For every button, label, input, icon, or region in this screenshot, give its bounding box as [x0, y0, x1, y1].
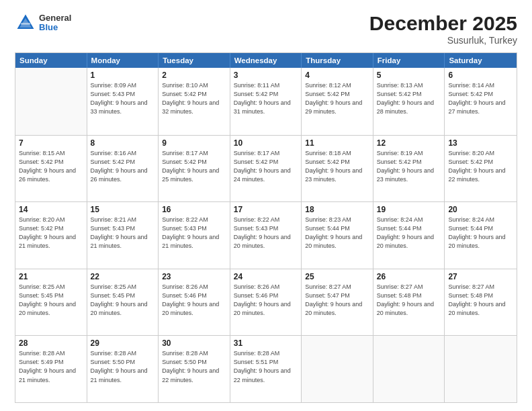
calendar-cell: 26Sunrise: 8:27 AM Sunset: 5:48 PM Dayli… [373, 269, 445, 336]
calendar-cell [445, 336, 517, 402]
header-day-friday: Friday [373, 53, 445, 68]
day-info: Sunrise: 8:24 AM Sunset: 5:44 PM Dayligh… [377, 216, 441, 250]
day-info: Sunrise: 8:25 AM Sunset: 5:45 PM Dayligh… [19, 283, 83, 318]
calendar-cell: 9Sunrise: 8:17 AM Sunset: 5:42 PM Daylig… [159, 136, 230, 202]
day-info: Sunrise: 8:09 AM Sunset: 5:43 PM Dayligh… [91, 81, 155, 116]
day-number: 3 [234, 71, 298, 80]
day-number: 30 [162, 338, 226, 348]
day-number: 13 [448, 138, 513, 148]
calendar-body: 1Sunrise: 8:09 AM Sunset: 5:43 PM Daylig… [15, 68, 517, 402]
day-info: Sunrise: 8:20 AM Sunset: 5:42 PM Dayligh… [19, 216, 83, 250]
day-info: Sunrise: 8:17 AM Sunset: 5:42 PM Dayligh… [234, 149, 298, 184]
day-number: 6 [448, 71, 513, 80]
calendar-cell: 19Sunrise: 8:24 AM Sunset: 5:44 PM Dayli… [373, 202, 445, 269]
day-info: Sunrise: 8:13 AM Sunset: 5:42 PM Dayligh… [377, 81, 441, 116]
calendar-cell: 27Sunrise: 8:27 AM Sunset: 5:48 PM Dayli… [445, 269, 517, 336]
calendar-cell: 22Sunrise: 8:25 AM Sunset: 5:45 PM Dayli… [87, 269, 159, 336]
day-number: 19 [377, 205, 441, 214]
day-info: Sunrise: 8:24 AM Sunset: 5:44 PM Dayligh… [448, 216, 513, 250]
day-info: Sunrise: 8:16 AM Sunset: 5:42 PM Dayligh… [91, 149, 155, 184]
day-number: 18 [305, 205, 369, 214]
calendar-cell: 23Sunrise: 8:26 AM Sunset: 5:46 PM Dayli… [159, 269, 230, 336]
calendar-cell: 21Sunrise: 8:25 AM Sunset: 5:45 PM Dayli… [15, 269, 87, 336]
header-day-thursday: Thursday [302, 53, 373, 68]
day-info: Sunrise: 8:14 AM Sunset: 5:42 PM Dayligh… [448, 81, 513, 116]
calendar-cell: 11Sunrise: 8:18 AM Sunset: 5:42 PM Dayli… [302, 136, 373, 202]
calendar-cell: 30Sunrise: 8:28 AM Sunset: 5:50 PM Dayli… [159, 336, 230, 402]
calendar-cell: 3Sunrise: 8:11 AM Sunset: 5:42 PM Daylig… [230, 68, 302, 135]
day-info: Sunrise: 8:20 AM Sunset: 5:42 PM Dayligh… [448, 149, 513, 184]
day-number: 23 [162, 272, 226, 281]
calendar-cell: 10Sunrise: 8:17 AM Sunset: 5:42 PM Dayli… [230, 136, 302, 202]
calendar-cell: 18Sunrise: 8:23 AM Sunset: 5:44 PM Dayli… [302, 202, 373, 269]
title-location: Susurluk, Turkey [369, 35, 517, 46]
calendar-cell: 20Sunrise: 8:24 AM Sunset: 5:44 PM Dayli… [445, 202, 517, 269]
calendar: SundayMondayTuesdayWednesdayThursdayFrid… [15, 52, 517, 403]
day-number: 24 [234, 272, 298, 281]
calendar-cell: 14Sunrise: 8:20 AM Sunset: 5:42 PM Dayli… [15, 202, 87, 269]
title-block: December 2025 Susurluk, Turkey [369, 12, 517, 46]
calendar-cell: 24Sunrise: 8:26 AM Sunset: 5:46 PM Dayli… [230, 269, 302, 336]
calendar-row-4: 28Sunrise: 8:28 AM Sunset: 5:49 PM Dayli… [15, 335, 517, 402]
calendar-row-1: 7Sunrise: 8:15 AM Sunset: 5:42 PM Daylig… [15, 135, 517, 202]
calendar-cell: 7Sunrise: 8:15 AM Sunset: 5:42 PM Daylig… [15, 136, 87, 202]
day-info: Sunrise: 8:27 AM Sunset: 5:47 PM Dayligh… [305, 283, 369, 318]
day-info: Sunrise: 8:23 AM Sunset: 5:44 PM Dayligh… [305, 216, 369, 250]
day-number: 22 [91, 272, 155, 281]
day-info: Sunrise: 8:26 AM Sunset: 5:46 PM Dayligh… [162, 283, 226, 318]
day-number: 9 [162, 138, 226, 148]
day-info: Sunrise: 8:26 AM Sunset: 5:46 PM Dayligh… [234, 283, 298, 318]
calendar-cell [15, 68, 87, 135]
page: General Blue December 2025 Susurluk, Tur… [0, 0, 532, 411]
calendar-cell: 12Sunrise: 8:19 AM Sunset: 5:42 PM Dayli… [373, 136, 445, 202]
calendar-header: SundayMondayTuesdayWednesdayThursdayFrid… [15, 53, 517, 68]
day-number: 14 [19, 205, 83, 214]
day-number: 15 [91, 205, 155, 214]
header-day-monday: Monday [87, 53, 159, 68]
calendar-cell: 16Sunrise: 8:22 AM Sunset: 5:43 PM Dayli… [159, 202, 230, 269]
day-info: Sunrise: 8:28 AM Sunset: 5:49 PM Dayligh… [19, 349, 83, 384]
calendar-cell [302, 336, 373, 402]
day-number: 17 [234, 205, 298, 214]
day-info: Sunrise: 8:15 AM Sunset: 5:42 PM Dayligh… [19, 149, 83, 184]
title-month: December 2025 [369, 12, 517, 35]
day-info: Sunrise: 8:25 AM Sunset: 5:45 PM Dayligh… [91, 283, 155, 318]
day-info: Sunrise: 8:28 AM Sunset: 5:50 PM Dayligh… [162, 349, 226, 384]
calendar-cell [373, 336, 445, 402]
day-number: 11 [305, 138, 369, 148]
svg-rect-2 [21, 23, 30, 25]
day-number: 8 [91, 138, 155, 148]
day-info: Sunrise: 8:18 AM Sunset: 5:42 PM Dayligh… [305, 149, 369, 184]
day-number: 4 [305, 71, 369, 80]
header-day-tuesday: Tuesday [159, 53, 230, 68]
logo-blue-label: Blue [39, 23, 71, 32]
day-number: 10 [234, 138, 298, 148]
day-number: 12 [377, 138, 441, 148]
calendar-cell: 17Sunrise: 8:22 AM Sunset: 5:43 PM Dayli… [230, 202, 302, 269]
calendar-cell: 4Sunrise: 8:12 AM Sunset: 5:42 PM Daylig… [302, 68, 373, 135]
calendar-cell: 2Sunrise: 8:10 AM Sunset: 5:42 PM Daylig… [159, 68, 230, 135]
header-day-sunday: Sunday [15, 53, 87, 68]
calendar-cell: 31Sunrise: 8:28 AM Sunset: 5:51 PM Dayli… [230, 336, 302, 402]
logo-general-label: General [39, 13, 71, 23]
day-info: Sunrise: 8:22 AM Sunset: 5:43 PM Dayligh… [234, 216, 298, 250]
day-number: 16 [162, 205, 226, 214]
calendar-cell: 29Sunrise: 8:28 AM Sunset: 5:50 PM Dayli… [87, 336, 159, 402]
day-info: Sunrise: 8:27 AM Sunset: 5:48 PM Dayligh… [448, 283, 513, 318]
logo-text: General Blue [39, 13, 71, 33]
calendar-cell: 5Sunrise: 8:13 AM Sunset: 5:42 PM Daylig… [373, 68, 445, 135]
calendar-row-0: 1Sunrise: 8:09 AM Sunset: 5:43 PM Daylig… [15, 68, 517, 135]
header: General Blue December 2025 Susurluk, Tur… [15, 12, 517, 46]
calendar-row-2: 14Sunrise: 8:20 AM Sunset: 5:42 PM Dayli… [15, 201, 517, 269]
day-number: 20 [448, 205, 513, 214]
calendar-cell: 28Sunrise: 8:28 AM Sunset: 5:49 PM Dayli… [15, 336, 87, 402]
day-number: 5 [377, 71, 441, 80]
calendar-cell: 8Sunrise: 8:16 AM Sunset: 5:42 PM Daylig… [87, 136, 159, 202]
logo: General Blue [15, 12, 71, 34]
day-info: Sunrise: 8:27 AM Sunset: 5:48 PM Dayligh… [377, 283, 441, 318]
day-info: Sunrise: 8:11 AM Sunset: 5:42 PM Dayligh… [234, 81, 298, 116]
header-day-wednesday: Wednesday [230, 53, 302, 68]
day-info: Sunrise: 8:21 AM Sunset: 5:43 PM Dayligh… [91, 216, 155, 250]
header-day-saturday: Saturday [445, 53, 517, 68]
calendar-cell: 15Sunrise: 8:21 AM Sunset: 5:43 PM Dayli… [87, 202, 159, 269]
